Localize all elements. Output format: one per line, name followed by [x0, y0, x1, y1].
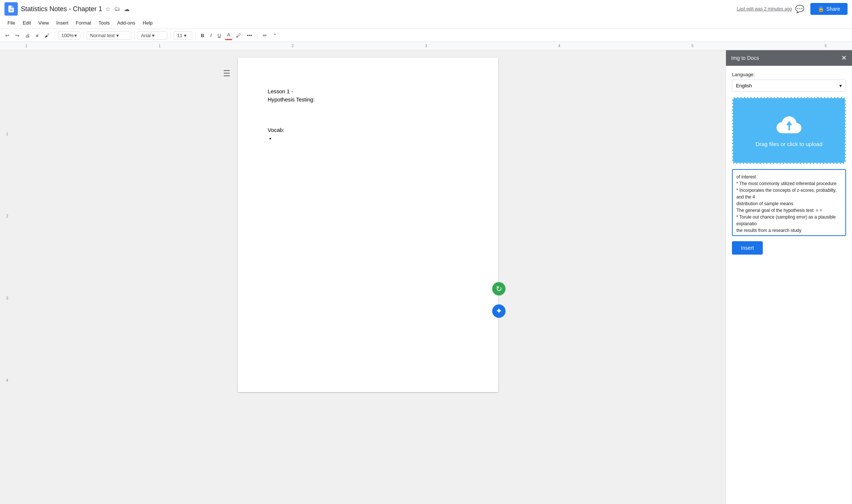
menu-tools[interactable]: Tools [96, 19, 113, 27]
menu-help[interactable]: Help [140, 19, 156, 27]
separator-3 [134, 32, 135, 39]
lesson-title: Lesson 1 - Hypothesis Testing: [268, 87, 468, 104]
right-panel: Img to Docs ✕ Language: English ▾ Drag f… [726, 50, 852, 504]
toc-icon[interactable]: ☰ [223, 69, 230, 78]
cloud-icon[interactable]: ☁ [124, 6, 130, 13]
vocab-list [275, 134, 468, 142]
font-selector[interactable]: Arial ▾ [138, 31, 167, 40]
zoom-selector[interactable]: 100% ▾ [58, 31, 80, 40]
page-number-column: 1 2 3 4 [0, 50, 10, 504]
size-arrow-icon: ▾ [184, 33, 187, 38]
edit-icon-button[interactable]: ✏ [261, 31, 269, 40]
menu-format[interactable]: Format [73, 19, 94, 27]
more-options-button[interactable]: ••• [245, 31, 254, 40]
page-num-3: 3 [6, 296, 8, 300]
toolbar: ↩ ↪ 🖨 𝒂 🖌 100% ▾ Normal text ▾ Arial ▾ 1… [0, 29, 852, 42]
panel-title: Img to Docs [731, 55, 759, 61]
style-arrow-icon: ▾ [116, 33, 119, 38]
page-num-2: 2 [6, 214, 8, 218]
page-num-1: 1 [6, 132, 8, 136]
vocab-section: Vocab: [268, 126, 468, 142]
paintformat-button[interactable]: 🖌 [42, 31, 52, 40]
green-action-icon[interactable]: ↻ [492, 282, 506, 295]
ruler: 1123456 [0, 42, 852, 50]
language-selector[interactable]: English ▾ [732, 80, 846, 92]
separator-6 [257, 32, 258, 39]
print-button[interactable]: 🖨 [23, 31, 32, 40]
font-size-selector[interactable]: 11 ▾ [174, 31, 192, 40]
document-area[interactable]: ☰ Lesson 1 - Hypothesis Testing: Vocab: [10, 50, 726, 504]
comment-icon[interactable]: 💬 [795, 4, 804, 13]
menu-view[interactable]: View [35, 19, 52, 27]
share-button[interactable]: 🔒 Share [810, 3, 848, 15]
menu-edit[interactable]: Edit [20, 19, 34, 27]
redo-button[interactable]: ↪ [13, 31, 22, 40]
document-page: ☰ Lesson 1 - Hypothesis Testing: Vocab: [238, 58, 498, 392]
title-icons: ☆ 🗂 ☁ [105, 6, 130, 13]
font-arrow-icon: ▾ [152, 33, 155, 38]
separator-5 [195, 32, 196, 39]
text-style-selector[interactable]: Normal text ▾ [87, 31, 131, 40]
menu-file[interactable]: File [4, 19, 18, 27]
lock-icon: 🔒 [818, 6, 824, 12]
separator-1 [55, 32, 55, 39]
upload-area[interactable]: Drag files or click to upload [732, 97, 846, 164]
document-title: Statistics Notes - Chapter 1 [21, 5, 102, 13]
bold-button[interactable]: B [199, 31, 206, 40]
doc-icon [4, 2, 18, 16]
page-num-4: 4 [6, 378, 8, 382]
zoom-arrow-icon: ▾ [74, 33, 77, 38]
language-label: Language: [732, 72, 846, 77]
menu-bar: File Edit View Insert Format Tools Add-o… [4, 17, 848, 29]
upload-text: Drag files or click to upload [755, 141, 822, 147]
folder-icon[interactable]: 🗂 [114, 6, 120, 12]
spellcheck-button[interactable]: 𝒂 [34, 31, 41, 40]
text-output-area[interactable] [732, 169, 846, 236]
expand-button[interactable]: ⌃ [271, 31, 279, 40]
lang-arrow-icon: ▾ [839, 83, 842, 88]
main-area: 1 2 3 4 ☰ Lesson 1 - Hypothesis Testing:… [0, 50, 852, 504]
panel-header: Img to Docs ✕ [726, 50, 852, 66]
separator-4 [170, 32, 171, 39]
font-color-button[interactable]: A [225, 30, 233, 40]
underline-button[interactable]: U [215, 31, 223, 40]
italic-button[interactable]: I [208, 31, 214, 40]
vocab-item-1 [275, 134, 468, 142]
panel-close-button[interactable]: ✕ [841, 54, 847, 62]
star-icon[interactable]: ☆ [105, 6, 110, 13]
undo-button[interactable]: ↩ [3, 31, 12, 40]
menu-insert[interactable]: Insert [53, 19, 71, 27]
menu-addons[interactable]: Add-ons [114, 19, 138, 27]
insert-button[interactable]: Insert [732, 241, 763, 255]
panel-body: Language: English ▾ Drag files or click … [726, 66, 852, 504]
last-edit: Last edit was 2 minutes ago [737, 6, 792, 12]
blue-action-icon[interactable]: ✦ [492, 304, 506, 318]
highlight-color-button[interactable]: 🖊 [234, 31, 243, 40]
language-section: Language: English ▾ [732, 72, 846, 92]
top-bar: Statistics Notes - Chapter 1 ☆ 🗂 ☁ Last … [0, 0, 852, 29]
cloud-upload-icon [774, 114, 804, 136]
separator-2 [83, 32, 84, 39]
page-content[interactable]: Lesson 1 - Hypothesis Testing: Vocab: [268, 87, 468, 142]
